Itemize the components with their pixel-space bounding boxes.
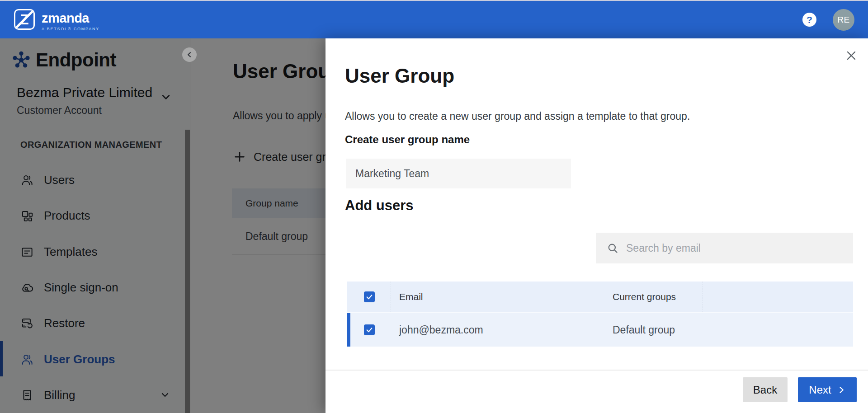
help-button[interactable]: ? [802, 13, 816, 27]
search-box [596, 233, 853, 263]
next-button[interactable]: Next [798, 377, 857, 402]
modal-description: Allows you to create a new user group an… [345, 110, 690, 122]
chevron-left-icon [186, 51, 193, 58]
selected-row-indicator [347, 313, 350, 347]
user-row[interactable]: john@bezma.com Default group [347, 313, 853, 347]
brand-block: zmanda A BETSOL® COMPANY [42, 12, 99, 31]
help-icon: ? [807, 14, 812, 25]
back-button[interactable]: Back [743, 377, 788, 402]
chevron-right-icon [837, 385, 846, 394]
add-users-heading: Add users [345, 197, 414, 214]
row-spacer-cell [703, 313, 853, 347]
header-email-cell: Email [391, 282, 601, 312]
sidebar-collapse-button[interactable] [182, 47, 197, 62]
user-current-groups: Default group [613, 324, 675, 336]
header-spacer-cell [703, 282, 853, 312]
email-column-header: Email [399, 291, 423, 302]
user-email: john@bezma.com [399, 324, 483, 336]
zmanda-logo-letter: Z [20, 13, 29, 27]
search-icon [607, 242, 619, 254]
top-navigation-bar: Z zmanda A BETSOL® COMPANY ? RE [0, 1, 868, 38]
add-users-table-header: Email Current groups [347, 282, 853, 313]
group-name-input[interactable] [346, 159, 571, 188]
zmanda-logo-icon: Z [14, 9, 35, 30]
check-icon [365, 293, 373, 301]
row-email-cell: john@bezma.com [391, 313, 601, 347]
header-checkbox-cell [347, 282, 391, 312]
row-groups-cell: Default group [601, 313, 703, 347]
row-checkbox-cell [347, 313, 391, 347]
modal-title: User Group [345, 65, 454, 87]
avatar-initials: RE [837, 15, 849, 25]
add-users-table: Email Current groups john@bezma.com Defa… [347, 282, 853, 347]
brand-tagline: A BETSOL® COMPANY [42, 27, 99, 31]
workspace: Endpoint Bezma Private Limited Customer … [0, 38, 868, 413]
user-group-modal: User Group Allows you to create a new us… [326, 38, 868, 413]
row-checkbox[interactable] [364, 324, 375, 335]
footer-divider [326, 370, 868, 371]
check-icon [365, 326, 373, 334]
group-name-label: Create user group name [345, 133, 470, 146]
groups-column-header: Current groups [613, 291, 676, 302]
avatar[interactable]: RE [833, 9, 854, 31]
select-all-checkbox[interactable] [364, 291, 375, 302]
brand-name: zmanda [42, 12, 99, 25]
next-button-label: Next [809, 384, 831, 396]
header-groups-cell: Current groups [601, 282, 703, 312]
search-input[interactable] [619, 233, 853, 263]
close-icon[interactable] [845, 50, 857, 61]
